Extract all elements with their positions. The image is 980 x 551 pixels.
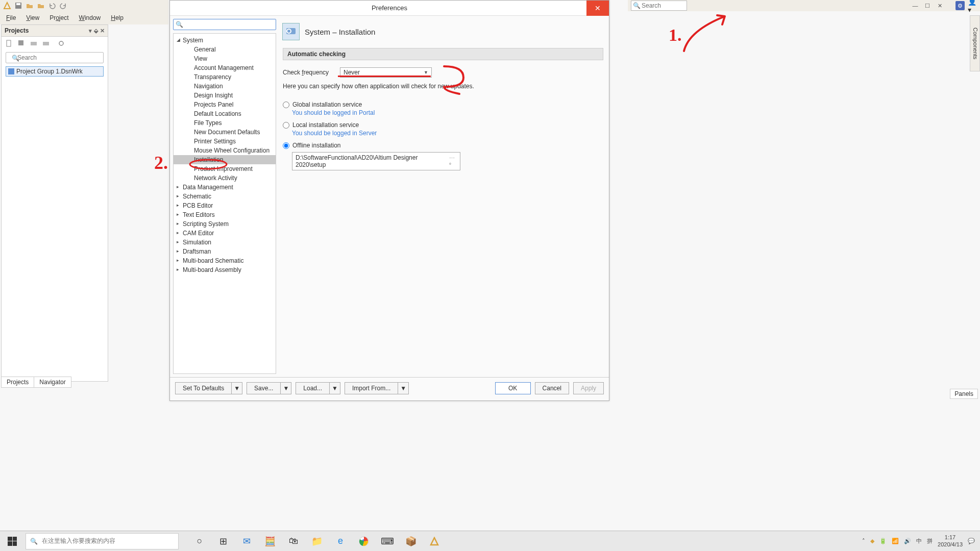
altium-app-icon[interactable] [423,531,446,552]
preferences-close-button[interactable]: ✕ [586,1,609,16]
tree-account-management[interactable]: Account Management [174,63,276,72]
store-app-icon[interactable]: 🛍 [282,531,305,552]
link-server[interactable]: You should be logged in Server [292,130,603,137]
ime-indicator[interactable]: 中 [916,537,922,545]
tree-multiboard-asm[interactable]: ▸Multi-board Assembly [174,265,276,274]
tree-printer-settings[interactable]: Printer Settings [174,137,276,146]
save-icon[interactable] [14,2,22,10]
load-dropdown[interactable]: ▼ [330,382,340,394]
radio-global[interactable] [283,102,289,108]
panel-dropdown-icon[interactable]: ▾ [89,28,92,34]
tray-chevron-icon[interactable]: ˄ [862,538,865,544]
prefs-tree[interactable]: ◢System General View Account Management … [173,33,276,374]
unknown-app-icon[interactable]: 📦 [399,531,423,552]
notifications-icon[interactable]: 💬 [968,538,975,544]
tree-network-activity[interactable]: Network Activity [174,173,276,183]
tree-text-editors[interactable]: ▸Text Editors [174,210,276,219]
menu-project[interactable]: Project [45,12,72,23]
apply-button[interactable]: Apply [573,382,604,394]
radio-local[interactable] [283,122,289,129]
prefs-tree-search[interactable] [173,19,276,30]
tree-schematic[interactable]: ▸Schematic [174,192,276,201]
save-button[interactable]: Save... [247,382,281,394]
panel-close-icon[interactable]: ✕ [100,28,105,34]
components-rail[interactable]: Components [970,15,980,71]
tree-default-locations[interactable]: Default Locations [174,109,276,118]
taskbar-search[interactable]: 🔍 在这里输入你要搜索的内容 [26,533,179,549]
link-portal[interactable]: You should be logged in Portal [292,109,603,116]
tree-multiboard-sch[interactable]: ▸Multi-board Schematic [174,256,276,265]
undo-icon[interactable] [48,2,56,10]
chevron-down-icon: ▼ [424,70,428,75]
tree-design-insight[interactable]: Design Insight [174,91,276,100]
screenkeyboard-app-icon[interactable]: ⌨ [376,531,399,552]
tree-pcb-editor[interactable]: ▸PCB Editor [174,201,276,210]
save-dropdown[interactable]: ▼ [281,382,291,394]
panel-pin-icon[interactable]: ⬙ [94,28,98,34]
open2-icon[interactable] [37,2,45,10]
tree-product-improvement[interactable]: Product Improvement [174,164,276,173]
compile-icon[interactable] [30,40,37,47]
close-icon[interactable]: ✕ [935,2,944,9]
menu-help[interactable]: Help [107,12,128,23]
load-button[interactable]: Load... [296,382,330,394]
volume-icon[interactable]: 🔊 [904,538,911,544]
tree-system[interactable]: ◢System [174,36,276,45]
project-group-item[interactable]: Project Group 1.DsnWrk [6,66,104,77]
menu-file[interactable]: FFileile [2,12,20,23]
tree-general[interactable]: General [174,45,276,54]
tree-new-document-defaults[interactable]: New Document Defaults [174,128,276,137]
set-defaults-dropdown[interactable]: ▼ [232,382,242,394]
radio-offline[interactable] [283,142,289,149]
import-button[interactable]: Import From... [345,382,398,394]
projects-search-input[interactable] [6,52,104,63]
import-dropdown[interactable]: ▼ [398,382,409,394]
gear-icon[interactable]: ⚙ [955,1,965,10]
set-defaults-button[interactable]: Set To Defaults [175,382,232,394]
minimize-icon[interactable]: — [911,2,920,9]
save-all-icon[interactable] [18,40,25,47]
tree-navigation[interactable]: Navigation [174,82,276,91]
tree-mouse-wheel[interactable]: Mouse Wheel Configuration [174,146,276,155]
cancel-button[interactable]: Cancel [535,382,569,394]
start-button[interactable] [0,531,24,552]
cortana-icon[interactable]: ○ [188,531,211,552]
tab-projects[interactable]: Projects [1,377,34,388]
user-icon[interactable]: 👤▾ [968,1,977,10]
explorer-app-icon[interactable]: 📁 [305,531,329,552]
redo-icon[interactable] [59,2,67,10]
offline-path-input[interactable]: D:\SoftwareFunctional\AD20\Altium Design… [292,152,460,170]
clock[interactable]: 1:17 2020/4/13 [938,534,963,547]
menu-view[interactable]: View [22,12,43,23]
browse-icon[interactable]: ⋯° [449,155,457,168]
menu-window[interactable]: Window [75,12,105,23]
tree-data-management[interactable]: ▸Data Management [174,183,276,192]
tree-cam-editor[interactable]: ▸CAM Editor [174,229,276,238]
panels-button[interactable]: Panels [950,389,978,399]
tree-simulation[interactable]: ▸Simulation [174,238,276,247]
wifi-icon[interactable]: 📶 [892,538,899,544]
gear-small-icon[interactable] [58,40,65,47]
tree-view[interactable]: View [174,54,276,63]
chrome-app-icon[interactable] [352,531,376,552]
maximize-icon[interactable]: ☐ [923,2,932,9]
check-frequency-combo[interactable]: Never ▼ [340,67,432,78]
tree-scripting[interactable]: ▸Scripting System [174,219,276,229]
edge-app-icon[interactable]: e [329,531,352,552]
tree-projects-panel[interactable]: Projects Panel [174,100,276,109]
calculator-app-icon[interactable]: 🧮 [258,531,282,552]
tree-transparency[interactable]: Transparency [174,72,276,82]
tab-navigator[interactable]: Navigator [34,377,71,388]
ok-button[interactable]: OK [495,382,531,394]
tray-app-icon[interactable]: ◆ [870,538,874,544]
mail-app-icon[interactable]: ✉ [235,531,258,552]
new-doc-icon[interactable] [6,40,13,47]
open-icon[interactable] [26,2,34,10]
battery-icon[interactable]: 🔋 [879,538,887,544]
ime-mode-indicator[interactable]: 拼 [927,537,933,545]
tree-icon[interactable] [42,40,50,47]
tree-file-types[interactable]: File Types [174,118,276,128]
taskview-icon[interactable]: ⊞ [211,531,235,552]
tree-installation[interactable]: Installation [174,155,276,164]
tree-draftsman[interactable]: ▸Draftsman [174,247,276,256]
